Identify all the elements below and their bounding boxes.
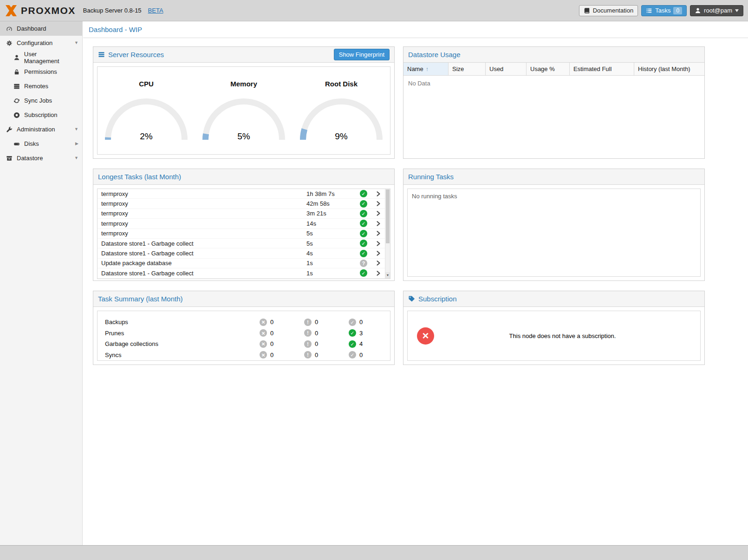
summary-label: Syncs [105, 352, 260, 358]
dashboard-panels: Server Resources Show Fingerprint CPU [83, 38, 748, 365]
summary-row-syncs[interactable]: Syncs 0 0 0 [105, 350, 390, 361]
open-task-button[interactable] [371, 260, 385, 266]
sidebar-item-permissions[interactable]: Permissions [0, 65, 82, 79]
scrollbar[interactable]: ▼ [385, 189, 390, 279]
error-count: 0 [270, 352, 273, 358]
task-row[interactable]: termproxy 5s [98, 229, 385, 239]
open-task-button[interactable] [371, 201, 385, 207]
warning-count: 0 [315, 319, 318, 326]
sidebar-item-configuration[interactable]: Configuration ▼ [0, 36, 82, 50]
sidebar-item-label: Sync Jobs [24, 97, 52, 104]
panel-title: Longest Tasks (last Month) [98, 173, 181, 181]
open-task-button[interactable] [371, 270, 385, 276]
chevron-right-icon[interactable]: ▶ [75, 142, 78, 146]
open-task-button[interactable] [371, 221, 385, 227]
task-name: termproxy [98, 220, 306, 227]
beta-link[interactable]: BETA [148, 7, 163, 14]
sidebar-item-label: Disks [24, 140, 39, 147]
task-row[interactable]: termproxy 1h 38m 7s [98, 189, 385, 199]
proxmox-logo: PROXMOX [5, 5, 76, 17]
header-actions: Documentation Tasks 0 root@pam [579, 5, 743, 16]
sidebar-item-administration[interactable]: Administration ▼ [0, 122, 82, 137]
task-duration: 4s [306, 250, 356, 257]
sidebar-item-dashboard[interactable]: Dashboard [0, 21, 82, 36]
sidebar-item-user-management[interactable]: User Management [0, 50, 82, 65]
ok-count: 0 [359, 352, 363, 358]
cpu-gauge: CPU 2% [98, 80, 195, 154]
task-status-icon [360, 269, 367, 277]
open-task-button[interactable] [371, 230, 385, 236]
task-name: Datastore store1 - Garbage collect [98, 240, 306, 247]
sidebar-item-subscription[interactable]: Subscription [0, 108, 82, 122]
column-header-estimated-full[interactable]: Estimated Full [570, 63, 634, 75]
sidebar-item-sync-jobs[interactable]: Sync Jobs [0, 93, 82, 108]
scroll-down-button[interactable]: ▼ [385, 272, 390, 279]
sidebar-item-datastore[interactable]: Datastore ▼ [0, 151, 82, 165]
open-task-button[interactable] [371, 210, 385, 216]
open-task-button[interactable] [371, 191, 385, 197]
column-header-name[interactable]: Name ↑ [403, 63, 449, 75]
subscription-header: Subscription [403, 291, 704, 307]
gauge-value: 5% [202, 131, 286, 142]
task-duration: 5s [306, 240, 356, 247]
tasks-button[interactable]: Tasks 0 [641, 5, 687, 16]
gauge-label: Memory [230, 80, 257, 88]
summary-row-garbage-collections[interactable]: Garbage collections 0 0 4 [105, 339, 390, 350]
column-header-history[interactable]: History (last Month) [634, 63, 704, 75]
warning-count-icon [304, 340, 312, 348]
task-row[interactable]: Datastore store1 - Garbage collect 4s [98, 248, 385, 258]
task-name: Datastore store1 - Garbage collect [98, 250, 306, 257]
task-row[interactable]: Datastore store1 - Garbage collect 1s [98, 268, 385, 278]
task-duration: 3m 21s [306, 210, 356, 217]
chevron-down-icon[interactable]: ▼ [74, 127, 78, 131]
chevron-down-icon[interactable]: ▼ [74, 41, 78, 45]
subscription-tag-icon [408, 295, 415, 302]
summary-label: Prunes [105, 330, 260, 337]
column-header-size[interactable]: Size [449, 63, 486, 75]
documentation-button[interactable]: Documentation [579, 5, 638, 16]
task-row[interactable]: termproxy 14s [98, 219, 385, 228]
subscription-box: × This node does not have a subscription… [407, 311, 701, 361]
subscription-panel: Subscription × This node does not have a… [403, 291, 705, 365]
summary-row-prunes[interactable]: Prunes 0 0 3 [105, 328, 390, 339]
server-icon [13, 83, 20, 90]
tachometer-icon [6, 26, 13, 32]
task-status-icon [360, 260, 367, 267]
task-status-icon [360, 200, 367, 208]
running-tasks-list: No running tasks [407, 189, 701, 277]
task-row[interactable]: termproxy 42m 58s [98, 199, 385, 208]
chevron-down-icon[interactable]: ▼ [74, 156, 78, 160]
datastore-usage-header: Datastore Usage [403, 47, 704, 63]
longest-tasks-header: Longest Tasks (last Month) [93, 169, 394, 185]
sidebar-item-label: Subscription [24, 111, 58, 118]
open-task-button[interactable] [371, 241, 385, 247]
scrollbar-thumb[interactable] [386, 189, 390, 243]
page-title: Dashboard - WIP [89, 26, 142, 33]
running-tasks-panel: Running Tasks No running tasks [403, 169, 705, 281]
show-fingerprint-button[interactable]: Show Fingerprint [334, 49, 390, 60]
user-menu-button[interactable]: root@pam [690, 5, 743, 16]
task-name: termproxy [98, 190, 306, 197]
task-duration: 5s [306, 230, 356, 237]
column-header-used[interactable]: Used [486, 63, 527, 75]
user-icon [13, 54, 20, 61]
subscription-message: This node does not have a subscription. [434, 332, 691, 339]
column-header-usage-percent[interactable]: Usage % [527, 63, 570, 75]
error-count: 0 [270, 319, 273, 326]
main-content: Dashboard - WIP Server Resources Show Fi… [83, 21, 748, 545]
task-summary-header: Task Summary (last Month) [93, 291, 394, 307]
task-row[interactable]: termproxy 3m 21s [98, 209, 385, 219]
panel-title: Server Resources [108, 51, 164, 59]
chevron-right-icon [375, 191, 381, 197]
sidebar-item-remotes[interactable]: Remotes [0, 79, 82, 93]
summary-row-backups[interactable]: Backups 0 0 0 [105, 317, 390, 328]
panel-title: Task Summary (last Month) [98, 295, 183, 303]
sidebar-item-disks[interactable]: Disks ▶ [0, 137, 82, 151]
task-row[interactable]: Datastore store1 - Garbage collect 5s [98, 239, 385, 248]
warning-count-icon [304, 329, 312, 337]
column-label: Size [452, 65, 464, 72]
open-task-button[interactable] [371, 250, 385, 256]
task-name: termproxy [98, 200, 306, 207]
task-row[interactable]: Update package database 1s [98, 259, 385, 268]
ok-count-icon [349, 351, 356, 358]
